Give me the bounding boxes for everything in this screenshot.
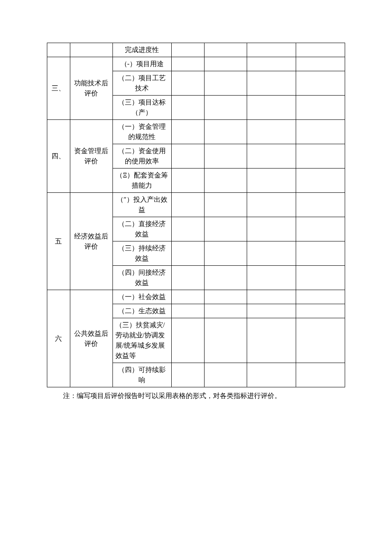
row-item: （四）间接经济效益 xyxy=(112,266,171,290)
data-cell xyxy=(204,266,247,290)
data-cell xyxy=(247,363,296,387)
row-item: （-）项目用途 xyxy=(112,57,171,71)
data-cell xyxy=(171,43,204,57)
data-cell xyxy=(171,290,204,304)
row-number xyxy=(47,43,70,57)
data-cell xyxy=(171,304,204,318)
row-item: （四）可持续影响 xyxy=(112,363,171,387)
row-item: （二）直接经济效益 xyxy=(112,217,171,241)
data-cell xyxy=(204,241,247,266)
data-cell xyxy=(171,318,204,363)
row-category: 功能技术后评价 xyxy=(70,57,112,120)
table-row: 完成进度性 xyxy=(47,43,345,57)
data-cell xyxy=(296,266,345,290)
data-cell xyxy=(171,144,204,169)
data-cell xyxy=(204,169,247,193)
table-row: 五经济效益后评价（″）投入产出效益 xyxy=(47,193,345,217)
table-row: 三、功能技术后评价（-）项目用途 xyxy=(47,57,345,71)
row-category xyxy=(70,43,112,57)
data-cell xyxy=(204,304,247,318)
table-row: 六公共效益后评价（一）社会效益 xyxy=(47,290,345,304)
row-number: 五 xyxy=(47,193,70,290)
data-cell xyxy=(204,290,247,304)
data-cell xyxy=(247,193,296,217)
table-row: 四、资金管理后评价（一）资金管理的规范性 xyxy=(47,120,345,144)
data-cell xyxy=(247,217,296,241)
row-item: （一）资金管理的规范性 xyxy=(112,120,171,144)
data-cell xyxy=(171,57,204,71)
row-category: 资金管理后评价 xyxy=(70,120,112,193)
data-cell xyxy=(171,193,204,217)
table-note: 注：编写项目后评价报告时可以采用表格的形式，对各类指标进行评价。 xyxy=(47,391,345,401)
data-cell xyxy=(171,266,204,290)
row-item: （三）持续经济效益 xyxy=(112,241,171,266)
row-item: （一）社会效益 xyxy=(112,290,171,304)
row-category: 公共效益后评价 xyxy=(70,290,112,387)
data-cell xyxy=(247,241,296,266)
row-item: （Ξ）配套资金筹措能力 xyxy=(112,169,171,193)
row-item: （三）项目达标（产） xyxy=(112,96,171,120)
data-cell xyxy=(247,43,296,57)
data-cell xyxy=(247,318,296,363)
data-cell xyxy=(247,266,296,290)
data-cell xyxy=(296,193,345,217)
row-item: （″）投入产出效益 xyxy=(112,193,171,217)
data-cell xyxy=(247,96,296,120)
data-cell xyxy=(204,217,247,241)
data-cell xyxy=(296,318,345,363)
data-cell xyxy=(171,71,204,96)
data-cell xyxy=(296,363,345,387)
row-category: 经济效益后评价 xyxy=(70,193,112,290)
data-cell xyxy=(247,71,296,96)
row-number: 三、 xyxy=(47,57,70,120)
data-cell xyxy=(204,57,247,71)
data-cell xyxy=(296,71,345,96)
data-cell xyxy=(296,241,345,266)
data-cell xyxy=(296,144,345,169)
data-cell xyxy=(296,169,345,193)
data-cell xyxy=(296,304,345,318)
data-cell xyxy=(247,169,296,193)
data-cell xyxy=(247,144,296,169)
data-cell xyxy=(204,144,247,169)
data-cell xyxy=(171,169,204,193)
data-cell xyxy=(171,363,204,387)
data-cell xyxy=(247,290,296,304)
data-cell xyxy=(204,120,247,144)
table-body: 完成进度性三、功能技术后评价（-）项目用途（二）项目工艺技术（三）项目达标（产）… xyxy=(47,43,345,387)
row-item: （三）扶贫减灾/劳动就业/协调发展/统筹城乡发展效益等 xyxy=(112,318,171,363)
row-number: 四、 xyxy=(47,120,70,193)
data-cell xyxy=(296,43,345,57)
data-cell xyxy=(296,120,345,144)
data-cell xyxy=(247,57,296,71)
data-cell xyxy=(204,363,247,387)
evaluation-table: 完成进度性三、功能技术后评价（-）项目用途（二）项目工艺技术（三）项目达标（产）… xyxy=(47,43,345,387)
data-cell xyxy=(296,57,345,71)
row-item: （二）项目工艺技术 xyxy=(112,71,171,96)
data-cell xyxy=(296,217,345,241)
data-cell xyxy=(296,96,345,120)
data-cell xyxy=(296,290,345,304)
data-cell xyxy=(171,96,204,120)
data-cell xyxy=(171,217,204,241)
data-cell xyxy=(204,71,247,96)
data-cell xyxy=(171,120,204,144)
row-item: （二）资金使用的使用效率 xyxy=(112,144,171,169)
data-cell xyxy=(247,304,296,318)
data-cell xyxy=(247,120,296,144)
data-cell xyxy=(204,96,247,120)
data-cell xyxy=(171,241,204,266)
row-item: （二）生态效益 xyxy=(112,304,171,318)
data-cell xyxy=(204,193,247,217)
data-cell xyxy=(204,318,247,363)
data-cell xyxy=(204,43,247,57)
row-number: 六 xyxy=(47,290,70,387)
row-item: 完成进度性 xyxy=(112,43,171,57)
